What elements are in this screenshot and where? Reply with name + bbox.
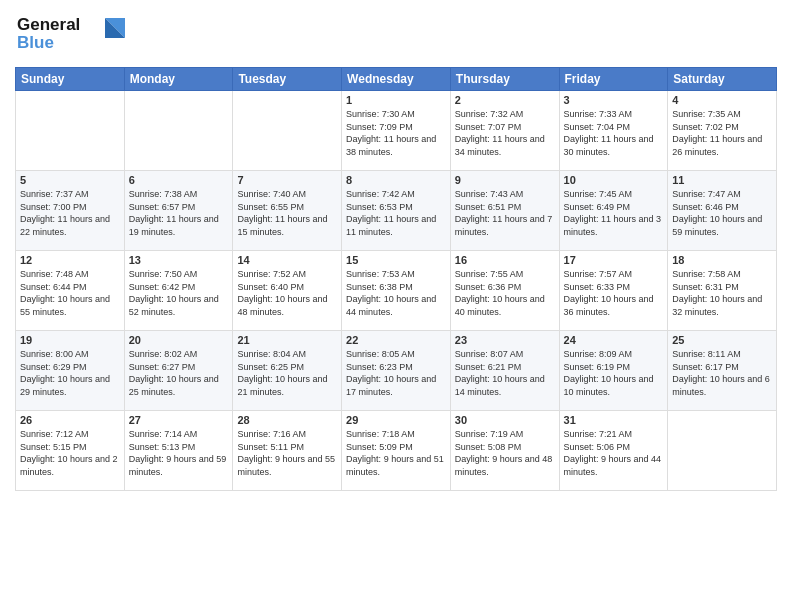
calendar-cell: 14Sunrise: 7:52 AMSunset: 6:40 PMDayligh… (233, 251, 342, 331)
calendar-cell: 9Sunrise: 7:43 AMSunset: 6:51 PMDaylight… (450, 171, 559, 251)
weekday-header: Sunday (16, 68, 125, 91)
logo-text: General Blue (15, 10, 125, 59)
weekday-header: Tuesday (233, 68, 342, 91)
weekday-header: Wednesday (342, 68, 451, 91)
calendar-cell: 11Sunrise: 7:47 AMSunset: 6:46 PMDayligh… (668, 171, 777, 251)
day-info: Sunrise: 7:33 AMSunset: 7:04 PMDaylight:… (564, 108, 664, 158)
svg-text:General: General (17, 15, 80, 34)
calendar-cell: 5Sunrise: 7:37 AMSunset: 7:00 PMDaylight… (16, 171, 125, 251)
day-number: 23 (455, 334, 555, 346)
header: General Blue (15, 10, 777, 59)
calendar-cell: 19Sunrise: 8:00 AMSunset: 6:29 PMDayligh… (16, 331, 125, 411)
day-info: Sunrise: 7:48 AMSunset: 6:44 PMDaylight:… (20, 268, 120, 318)
weekday-header-row: SundayMondayTuesdayWednesdayThursdayFrid… (16, 68, 777, 91)
calendar-cell (668, 411, 777, 491)
day-info: Sunrise: 8:07 AMSunset: 6:21 PMDaylight:… (455, 348, 555, 398)
day-info: Sunrise: 7:55 AMSunset: 6:36 PMDaylight:… (455, 268, 555, 318)
day-number: 14 (237, 254, 337, 266)
day-info: Sunrise: 7:35 AMSunset: 7:02 PMDaylight:… (672, 108, 772, 158)
day-info: Sunrise: 7:45 AMSunset: 6:49 PMDaylight:… (564, 188, 664, 238)
day-number: 22 (346, 334, 446, 346)
day-info: Sunrise: 7:37 AMSunset: 7:00 PMDaylight:… (20, 188, 120, 238)
day-number: 7 (237, 174, 337, 186)
calendar-cell: 10Sunrise: 7:45 AMSunset: 6:49 PMDayligh… (559, 171, 668, 251)
day-number: 1 (346, 94, 446, 106)
day-info: Sunrise: 7:14 AMSunset: 5:13 PMDaylight:… (129, 428, 229, 478)
calendar-cell: 29Sunrise: 7:18 AMSunset: 5:09 PMDayligh… (342, 411, 451, 491)
day-info: Sunrise: 7:42 AMSunset: 6:53 PMDaylight:… (346, 188, 446, 238)
calendar-cell: 28Sunrise: 7:16 AMSunset: 5:11 PMDayligh… (233, 411, 342, 491)
weekday-header: Thursday (450, 68, 559, 91)
day-info: Sunrise: 7:38 AMSunset: 6:57 PMDaylight:… (129, 188, 229, 238)
day-number: 3 (564, 94, 664, 106)
day-number: 4 (672, 94, 772, 106)
day-info: Sunrise: 7:58 AMSunset: 6:31 PMDaylight:… (672, 268, 772, 318)
day-info: Sunrise: 7:30 AMSunset: 7:09 PMDaylight:… (346, 108, 446, 158)
calendar-week-row: 12Sunrise: 7:48 AMSunset: 6:44 PMDayligh… (16, 251, 777, 331)
day-number: 6 (129, 174, 229, 186)
day-info: Sunrise: 8:09 AMSunset: 6:19 PMDaylight:… (564, 348, 664, 398)
day-info: Sunrise: 7:57 AMSunset: 6:33 PMDaylight:… (564, 268, 664, 318)
calendar-cell (124, 91, 233, 171)
page: General Blue SundayMondayTuesdayWednesda… (0, 0, 792, 612)
day-number: 21 (237, 334, 337, 346)
day-info: Sunrise: 7:32 AMSunset: 7:07 PMDaylight:… (455, 108, 555, 158)
calendar-cell: 2Sunrise: 7:32 AMSunset: 7:07 PMDaylight… (450, 91, 559, 171)
day-info: Sunrise: 8:05 AMSunset: 6:23 PMDaylight:… (346, 348, 446, 398)
day-number: 24 (564, 334, 664, 346)
day-number: 20 (129, 334, 229, 346)
day-info: Sunrise: 7:53 AMSunset: 6:38 PMDaylight:… (346, 268, 446, 318)
calendar-cell: 6Sunrise: 7:38 AMSunset: 6:57 PMDaylight… (124, 171, 233, 251)
calendar-cell: 17Sunrise: 7:57 AMSunset: 6:33 PMDayligh… (559, 251, 668, 331)
calendar-cell: 21Sunrise: 8:04 AMSunset: 6:25 PMDayligh… (233, 331, 342, 411)
day-info: Sunrise: 8:04 AMSunset: 6:25 PMDaylight:… (237, 348, 337, 398)
day-number: 13 (129, 254, 229, 266)
calendar-cell: 7Sunrise: 7:40 AMSunset: 6:55 PMDaylight… (233, 171, 342, 251)
weekday-header: Friday (559, 68, 668, 91)
calendar-cell (16, 91, 125, 171)
day-number: 30 (455, 414, 555, 426)
calendar-week-row: 19Sunrise: 8:00 AMSunset: 6:29 PMDayligh… (16, 331, 777, 411)
calendar-cell: 16Sunrise: 7:55 AMSunset: 6:36 PMDayligh… (450, 251, 559, 331)
day-info: Sunrise: 7:47 AMSunset: 6:46 PMDaylight:… (672, 188, 772, 238)
calendar-cell: 1Sunrise: 7:30 AMSunset: 7:09 PMDaylight… (342, 91, 451, 171)
day-number: 5 (20, 174, 120, 186)
calendar-cell: 18Sunrise: 7:58 AMSunset: 6:31 PMDayligh… (668, 251, 777, 331)
calendar-cell: 22Sunrise: 8:05 AMSunset: 6:23 PMDayligh… (342, 331, 451, 411)
day-number: 26 (20, 414, 120, 426)
day-info: Sunrise: 7:16 AMSunset: 5:11 PMDaylight:… (237, 428, 337, 478)
day-number: 27 (129, 414, 229, 426)
day-number: 17 (564, 254, 664, 266)
day-number: 16 (455, 254, 555, 266)
day-number: 28 (237, 414, 337, 426)
day-info: Sunrise: 7:43 AMSunset: 6:51 PMDaylight:… (455, 188, 555, 238)
day-number: 10 (564, 174, 664, 186)
calendar-cell: 25Sunrise: 8:11 AMSunset: 6:17 PMDayligh… (668, 331, 777, 411)
calendar-cell: 4Sunrise: 7:35 AMSunset: 7:02 PMDaylight… (668, 91, 777, 171)
day-number: 18 (672, 254, 772, 266)
logo: General Blue (15, 10, 125, 59)
calendar-cell: 20Sunrise: 8:02 AMSunset: 6:27 PMDayligh… (124, 331, 233, 411)
day-info: Sunrise: 7:50 AMSunset: 6:42 PMDaylight:… (129, 268, 229, 318)
day-info: Sunrise: 7:21 AMSunset: 5:06 PMDaylight:… (564, 428, 664, 478)
calendar-cell: 31Sunrise: 7:21 AMSunset: 5:06 PMDayligh… (559, 411, 668, 491)
day-number: 15 (346, 254, 446, 266)
weekday-header: Monday (124, 68, 233, 91)
day-info: Sunrise: 7:12 AMSunset: 5:15 PMDaylight:… (20, 428, 120, 478)
day-info: Sunrise: 7:52 AMSunset: 6:40 PMDaylight:… (237, 268, 337, 318)
day-number: 31 (564, 414, 664, 426)
day-info: Sunrise: 8:00 AMSunset: 6:29 PMDaylight:… (20, 348, 120, 398)
day-info: Sunrise: 7:40 AMSunset: 6:55 PMDaylight:… (237, 188, 337, 238)
calendar-week-row: 1Sunrise: 7:30 AMSunset: 7:09 PMDaylight… (16, 91, 777, 171)
day-info: Sunrise: 7:18 AMSunset: 5:09 PMDaylight:… (346, 428, 446, 478)
calendar-table: SundayMondayTuesdayWednesdayThursdayFrid… (15, 67, 777, 491)
calendar-cell: 23Sunrise: 8:07 AMSunset: 6:21 PMDayligh… (450, 331, 559, 411)
day-number: 25 (672, 334, 772, 346)
day-number: 11 (672, 174, 772, 186)
day-number: 9 (455, 174, 555, 186)
day-number: 12 (20, 254, 120, 266)
calendar-cell: 13Sunrise: 7:50 AMSunset: 6:42 PMDayligh… (124, 251, 233, 331)
day-info: Sunrise: 8:11 AMSunset: 6:17 PMDaylight:… (672, 348, 772, 398)
calendar-cell: 3Sunrise: 7:33 AMSunset: 7:04 PMDaylight… (559, 91, 668, 171)
calendar-cell (233, 91, 342, 171)
